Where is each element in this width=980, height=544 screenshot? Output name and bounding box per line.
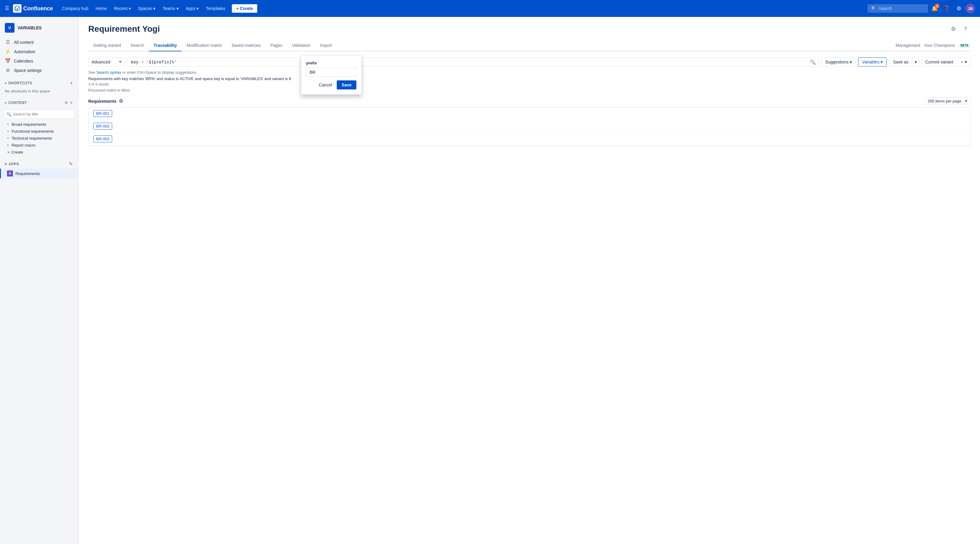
- sidebar-tree-broad-requirements[interactable]: Broad requirements: [0, 121, 78, 128]
- chevron-down-icon: ▾: [5, 162, 7, 166]
- search-results-summary: Requirements with key matches 'BR%' and …: [88, 76, 970, 81]
- tab-traceability[interactable]: Traceability: [149, 40, 182, 51]
- requirements-label: Requirements: [16, 171, 40, 176]
- teams-link[interactable]: Teams ▾: [160, 4, 181, 13]
- search-input[interactable]: [879, 6, 921, 11]
- popup-cancel-button[interactable]: Cancel: [317, 81, 335, 89]
- settings-button[interactable]: ⚙: [953, 3, 964, 14]
- variant-select-button[interactable]: Current variant × ▾: [922, 57, 970, 67]
- tab-pages[interactable]: Pages: [266, 40, 287, 51]
- tab-import[interactable]: Import: [315, 40, 337, 51]
- templates-link[interactable]: Templates: [203, 4, 228, 13]
- query-input[interactable]: [127, 57, 819, 67]
- tab-modification-matrix[interactable]: Modification matrix: [182, 40, 227, 51]
- sidebar-apps-requirements[interactable]: R Requirements: [0, 169, 78, 178]
- help-button[interactable]: ❓: [941, 3, 952, 14]
- search-help-text: See Search syntax or enter Ctrl+Space to…: [88, 70, 970, 75]
- sidebar-item-space-settings[interactable]: ⚙ Space settings: [0, 65, 78, 75]
- chevron-down-icon: ▾: [5, 101, 6, 105]
- shortcuts-empty-text: No shortcuts in this space: [0, 87, 78, 95]
- filter-select[interactable]: Advanced Simple: [88, 57, 124, 67]
- content-search-input[interactable]: [4, 110, 75, 118]
- requirement-tag-br001[interactable]: BR-001: [94, 110, 112, 117]
- spaces-link[interactable]: Spaces ▾: [135, 4, 159, 13]
- shortcuts-section-header: ▾ Shortcuts +: [0, 77, 78, 87]
- tab-getting-started[interactable]: Getting started: [88, 40, 126, 51]
- search-syntax-link[interactable]: Search syntax: [96, 70, 121, 75]
- sidebar-tree-technical-requirements[interactable]: Technical requirements: [0, 135, 78, 142]
- filter-content-button[interactable]: ≡: [64, 99, 68, 106]
- popup-label: prefix: [306, 61, 356, 65]
- items-per-page-select[interactable]: 50 items per page 100 items per page 200…: [925, 97, 970, 105]
- suggestions-label: Suggestions: [825, 60, 848, 64]
- requirement-tag-br002[interactable]: BR-002: [94, 123, 112, 130]
- content-section-title[interactable]: ▾ Content: [5, 101, 27, 105]
- save-as-main[interactable]: Save as: [889, 58, 912, 66]
- calendar-icon: 📅: [5, 58, 11, 64]
- page-help-button[interactable]: ?: [961, 24, 970, 34]
- sidebar-item-label: Automation: [14, 49, 35, 54]
- query-search-wrapper: 🔍: [127, 57, 819, 67]
- page-header-actions: ⚙ ?: [948, 24, 970, 34]
- company-hub-link[interactable]: Company hub: [59, 4, 91, 13]
- top-navigation: ⠿ Confluence Company hub Home Recent ▾ S…: [0, 0, 980, 17]
- confluence-logo[interactable]: Confluence: [13, 4, 53, 13]
- sidebar-item-label: Calendars: [14, 59, 33, 64]
- sidebar-item-all-content[interactable]: ☰ All content: [0, 38, 78, 47]
- suggestions-button[interactable]: Suggestions ▾: [821, 57, 856, 67]
- list-icon: ☰: [5, 39, 11, 45]
- results-header: Requirements ⚙ 50 items per page 100 ite…: [88, 97, 970, 105]
- requirement-tag-br003[interactable]: BR-003: [94, 135, 112, 142]
- shortcuts-section-title[interactable]: ▾ Shortcuts: [5, 81, 32, 85]
- avatar[interactable]: JB: [966, 4, 975, 13]
- sidebar-tree-report-macro[interactable]: Report macro: [0, 142, 78, 149]
- home-link[interactable]: Home: [92, 4, 110, 13]
- management-tab[interactable]: Management: [896, 43, 920, 48]
- save-as-chevron-icon[interactable]: ▾: [912, 58, 919, 66]
- apps-section-title[interactable]: ▾ Apps: [5, 162, 19, 166]
- sidebar-item-label: All content: [14, 40, 33, 45]
- tree-item-label: Functional requirements: [12, 129, 54, 134]
- tab-validation[interactable]: Validation: [287, 40, 315, 51]
- tab-saved-matrices[interactable]: Saved matrices: [227, 40, 266, 51]
- requirements-app-icon: R: [7, 170, 13, 177]
- main-content: Requirement Yogi ⚙ ? Getting started Sea…: [79, 17, 980, 544]
- tree-item-label: Report macro: [12, 143, 36, 148]
- notification-count: 3: [935, 4, 940, 8]
- notifications-button[interactable]: 🔔 3: [929, 3, 940, 14]
- results-section: Requirements ⚙ 50 items per page 100 ite…: [88, 97, 970, 146]
- recent-link[interactable]: Recent ▾: [111, 4, 134, 13]
- chevron-down-icon: ▾: [850, 60, 852, 64]
- search-query-icon[interactable]: 🔍: [810, 59, 816, 65]
- tab-search[interactable]: Search: [126, 40, 149, 51]
- sidebar-item-label: Space settings: [14, 68, 42, 73]
- add-content-button[interactable]: +: [70, 99, 73, 106]
- create-button[interactable]: + Create: [232, 4, 257, 13]
- clear-variant-button[interactable]: ×: [960, 60, 964, 64]
- popup-save-button[interactable]: Save: [337, 80, 356, 89]
- edit-apps-button[interactable]: ✎: [68, 161, 73, 167]
- page-gear-button[interactable]: ⚙: [948, 24, 958, 34]
- sidebar-item-calendars[interactable]: 📅 Calendars: [0, 56, 78, 65]
- shortcuts-label: Shortcuts: [8, 81, 32, 85]
- results-settings-icon[interactable]: ⚙: [119, 98, 123, 104]
- sidebar-item-automation[interactable]: ⚡ Automation: [0, 47, 78, 56]
- lightning-icon: ⚡: [5, 49, 11, 54]
- sidebar-create-button[interactable]: + Create: [0, 149, 78, 156]
- your-champions-tab[interactable]: Your Champions: [924, 43, 955, 48]
- chevron-down-icon: ▾: [5, 81, 6, 85]
- sidebar-tree-functional-requirements[interactable]: Functional requirements: [0, 128, 78, 135]
- grid-icon[interactable]: ⠿: [5, 5, 10, 12]
- search-results-count: 3 of 3 results: [88, 82, 970, 86]
- apps-link[interactable]: Apps ▾: [183, 4, 202, 13]
- add-shortcut-button[interactable]: +: [70, 80, 73, 86]
- tree-item-label: Broad requirements: [12, 122, 46, 127]
- results-table: BR-001 BR-002 BR-003: [88, 107, 970, 146]
- popup-input[interactable]: [306, 68, 356, 77]
- space-header: V VARIABLES: [0, 21, 78, 35]
- beta-badge: BETA: [959, 43, 970, 48]
- create-label: Create: [11, 150, 23, 154]
- search-bar[interactable]: 🔍: [867, 4, 928, 13]
- variables-button[interactable]: Variables ▾: [858, 57, 886, 67]
- save-as-button[interactable]: Save as ▾: [889, 57, 920, 67]
